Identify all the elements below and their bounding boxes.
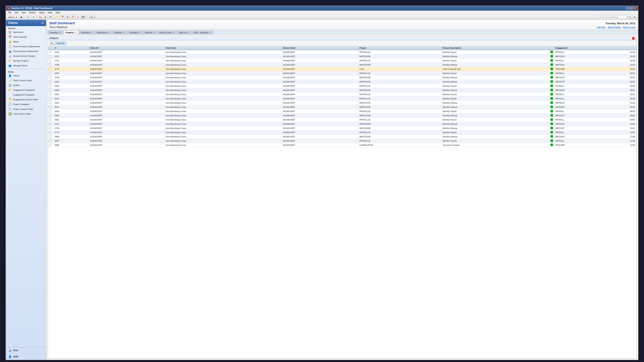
tab-interactions[interactable]: Interactions ✕: [95, 30, 112, 34]
sidebar-item-entities[interactable]: 🏢 Entities: [6, 83, 46, 88]
tab-outlook-close[interactable]: ✕: [138, 31, 140, 34]
tab-schedule-close[interactable]: ✕: [90, 31, 92, 34]
sidebar-item-billing[interactable]: 💰 Billing: [6, 39, 46, 44]
row-checkbox[interactable]: [49, 127, 52, 129]
sidebar-item-manage-projects[interactable]: 📁 Manage Projects: [6, 58, 46, 63]
row-checkbox[interactable]: [49, 59, 52, 62]
tab-benefits-close[interactable]: ✕: [122, 31, 125, 34]
row-checkbox[interactable]: [49, 106, 52, 108]
table-row[interactable]: 4783 ACEADVERT Ace Advertising Consu ACE…: [48, 59, 257, 63]
row-checkbox[interactable]: [49, 123, 52, 125]
tab-overview-close[interactable]: ✕: [59, 31, 61, 34]
menu-setup[interactable]: Setup: [38, 11, 46, 14]
sidebar-item-assess-service[interactable]: 📊 Assess Service Charges: [6, 54, 46, 58]
tab-news-close[interactable]: ✕: [172, 31, 174, 34]
row-checkbox[interactable]: [49, 118, 52, 121]
row-checkbox[interactable]: [49, 114, 52, 117]
sidebar-pin-button[interactable]: 📌: [41, 22, 44, 24]
calendar-button[interactable]: 📅: [60, 15, 65, 19]
table-row[interactable]: 4788 ACEADVERT Ace Advertising Consu ACE…: [48, 63, 257, 67]
settings-button[interactable]: ⚙: [66, 15, 70, 19]
table-row[interactable]: 5402 ACEADVERT Ace Advertising Consu ACE…: [48, 92, 257, 97]
row-checkbox[interactable]: [49, 85, 52, 87]
table-row[interactable]: 5516 ACEADVERT Ace Advertising Consu ACE…: [48, 105, 257, 109]
sidebar-item-client-custom-fields[interactable]: 📝 Client Custom Fields: [6, 78, 46, 83]
home-button[interactable]: 🏠: [38, 15, 42, 19]
back-button[interactable]: ◀ Back ▼: [7, 15, 18, 19]
table-row[interactable]: 4782 ACEADVERT Ace Advertising Consu ACE…: [48, 50, 257, 54]
row-checkbox[interactable]: [49, 76, 52, 79]
row-checkbox[interactable]: [49, 131, 52, 133]
sidebar-item-enter-receipts[interactable]: 📋 Enter Receipts & Adjustments: [6, 44, 46, 49]
forward-button[interactable]: ▶: [19, 15, 24, 19]
sidebar-item-task-custom[interactable]: ✅ Task Custom Fields: [6, 111, 46, 116]
add-button[interactable]: Add ▼: [88, 15, 97, 19]
data-table[interactable]: # Client ID Client Sort Parent Client Pr…: [48, 46, 257, 147]
menu-file[interactable]: File: [6, 11, 13, 14]
refresh-button[interactable]: ↻: [26, 15, 30, 19]
sidebar-item-dashboard[interactable]: 🏠 Dashboard: [6, 30, 46, 34]
row-checkbox[interactable]: [49, 72, 52, 74]
row-checkbox[interactable]: [49, 89, 52, 91]
menu-view[interactable]: View: [20, 11, 28, 14]
row-checkbox[interactable]: [49, 63, 52, 66]
print-button[interactable]: 🖨: [43, 15, 48, 19]
table-row[interactable]: 5847 ACEADVERT Ace Advertising Consu ACE…: [48, 139, 257, 143]
table-row[interactable]: 5440 ACEADVERT Ace Advertising Consu ACE…: [48, 101, 257, 105]
row-checkbox[interactable]: [49, 110, 52, 112]
tab-projects[interactable]: Projects ✕: [64, 30, 78, 34]
tab-gfr-close[interactable]: ✕: [209, 31, 211, 34]
col-client-id[interactable]: Client ID: [89, 46, 165, 50]
stop-button[interactable]: ✕: [31, 15, 36, 19]
sidebar-item-manage-clients[interactable]: 👥 Manage Clients: [6, 63, 46, 68]
menu-help[interactable]: Help: [54, 11, 62, 14]
sidebar-item-engagement-templates[interactable]: 📄 Engagement Templates: [6, 92, 46, 97]
row-checkbox[interactable]: [49, 102, 52, 104]
table-row[interactable]: 4779 ACEADVERT Ace Advertising Consu ACE…: [48, 67, 257, 71]
row-checkbox[interactable]: [49, 93, 52, 95]
table-row[interactable]: 5885 ACEADVERT Ace Advertising Consu ACE…: [48, 143, 257, 147]
tab-gfr[interactable]: GFR - My Work ✕: [192, 30, 213, 34]
tab-internet-close[interactable]: ✕: [152, 31, 155, 34]
tab-news[interactable]: News & Links ✕: [157, 30, 176, 34]
filter-icon-btn[interactable]: ☰: [50, 41, 54, 45]
row-checkbox[interactable]: [49, 68, 52, 70]
table-row[interactable]: 5733 ACEADVERT Ace Advertising Consu ACE…: [48, 122, 257, 126]
tab-internet[interactable]: Internet ✕: [143, 30, 157, 34]
email-button[interactable]: ✉: [48, 15, 53, 19]
tab-benefits[interactable]: Benefits ✕: [112, 30, 127, 34]
row-checkbox[interactable]: [49, 144, 52, 146]
table-row[interactable]: 4789 ACEADVERT Ace Advertising Consu ACE…: [48, 75, 257, 80]
tab-schedule[interactable]: Schedule ✕: [79, 30, 94, 34]
table-row[interactable]: 4784 ACEADVERT Ace Advertising Consu ACE…: [48, 71, 257, 75]
tab-task-list-close[interactable]: ✕: [188, 31, 190, 34]
red-circle-button[interactable]: ●: [76, 15, 80, 19]
row-checkbox[interactable]: [49, 55, 52, 57]
table-row[interactable]: 5809 ACEADVERT Ace Advertising Consu ACE…: [48, 135, 257, 139]
table-row[interactable]: 4787 ACEADVERT Ace Advertising Consu ACE…: [48, 54, 257, 59]
col-select[interactable]: [48, 46, 54, 50]
table-row[interactable]: 5300 ACEADVERT Ace Advertising Consu ACE…: [48, 84, 257, 88]
menu-edit[interactable]: Edit: [13, 11, 20, 14]
table-row[interactable]: 5338 ACEADVERT Ace Advertising Consu ACE…: [48, 88, 257, 92]
sidebar-item-clients[interactable]: 👤 Clients: [6, 73, 46, 78]
col-client-sort[interactable]: Client Sort: [165, 46, 257, 50]
tab-task-list[interactable]: Task List ✕: [177, 30, 192, 34]
sidebar-item-project-templates[interactable]: 📋 Project Templates: [6, 102, 46, 107]
row-checkbox[interactable]: [49, 97, 52, 100]
sidebar-item-engagement-categories[interactable]: 📂 Engagement Categories: [6, 88, 46, 92]
table-row[interactable]: 5473 ACEADVERT Ace Advertising Consu ACE…: [48, 97, 257, 101]
table-row[interactable]: 5598 ACEADVERT Ace Advertising Consu ACE…: [48, 113, 257, 118]
sidebar-item-project-custom[interactable]: 🔧 Project Custom Fields: [6, 107, 46, 111]
clock-button[interactable]: ⏰: [70, 15, 75, 19]
disk-button[interactable]: 💾: [81, 15, 85, 19]
table-row[interactable]: 5662 ACEADVERT Ace Advertising Consu ACE…: [48, 118, 257, 122]
row-checkbox[interactable]: [49, 135, 52, 138]
col-num[interactable]: #: [54, 46, 89, 50]
tab-projects-close[interactable]: ✕: [74, 31, 76, 34]
table-row[interactable]: 5559 ACEADVERT Ace Advertising Consu ACE…: [48, 109, 257, 113]
row-checkbox[interactable]: [49, 80, 52, 83]
menu-tools[interactable]: Tools: [46, 11, 54, 14]
tab-overview[interactable]: Overview ✕: [48, 30, 63, 34]
tab-interactions-close[interactable]: ✕: [108, 31, 110, 34]
